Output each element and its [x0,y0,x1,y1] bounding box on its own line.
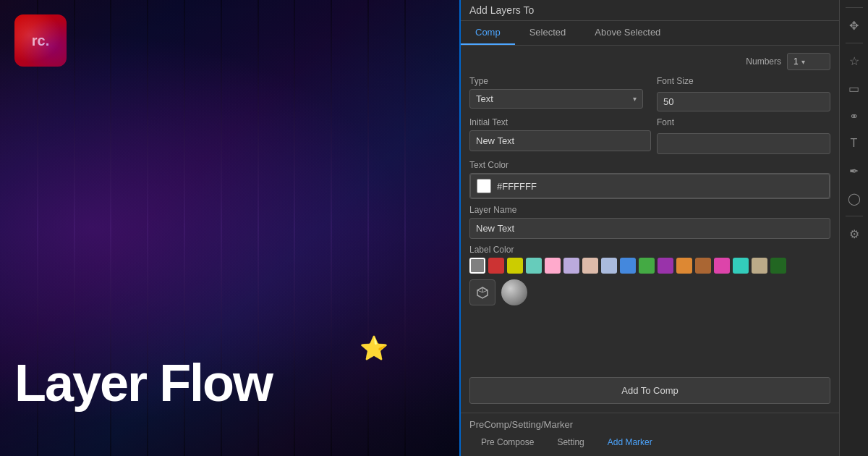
logo-bg [14,14,67,67]
font-size-col: Font Size [657,76,830,111]
app-title: Layer Flow [14,353,272,413]
tab-above-selected[interactable]: Above Selected [580,21,675,45]
label-color-gray[interactable] [469,258,485,274]
type-col: Type Text ▾ [469,76,651,111]
color-swatch[interactable] [477,179,491,193]
font-size-label: Font Size [657,76,830,86]
main-content: Add Layers To Comp Selected Above Select… [459,0,839,456]
form-content: Numbers 1 ▾ Type Text ▾ [461,46,839,374]
app-logo: rc. [14,14,67,67]
text-color-label: Text Color [469,160,830,170]
label-color-darkgreen[interactable] [770,258,786,274]
bottom-title: PreComp/Setting/Marker [469,419,830,430]
label-color-blue[interactable] [620,258,636,274]
star-decoration: ⭐ [359,334,388,362]
initial-text-input[interactable] [470,131,650,151]
type-chevron: ▾ [633,95,637,103]
initial-text-col: Initial Text [469,117,651,154]
label-color-yellow[interactable] [507,258,523,274]
initial-text-font-row: Initial Text Font [469,117,830,154]
bottom-section: PreComp/Setting/Marker Pre Compose Setti… [461,413,839,456]
right-sidebar: ✥ ☆ ▭ ⚭ T ✒ ◯ ⚙ [839,0,868,456]
initial-text-container [469,130,651,151]
tab-pre-compose[interactable]: Pre Compose [469,434,545,450]
star-icon[interactable]: ☆ [843,49,866,72]
label-color-orange[interactable] [676,258,692,274]
sidebar-divider-top [846,7,863,8]
transform-icon[interactable]: ✥ [843,14,866,37]
svg-line-3 [477,290,482,292]
font-size-input[interactable] [657,92,830,111]
numbers-dropdown[interactable]: 1 ▾ [787,53,830,70]
bottom-tabs: Pre Compose Setting Add Marker [469,434,830,450]
panel-title: Add Layers To [469,4,534,16]
numbers-chevron: ▾ [801,58,805,66]
numbers-label: Numbers [746,56,781,67]
font-col: Font [657,117,830,154]
link-icon[interactable]: ⚭ [843,104,866,127]
text-color-container: #FFFFFF [469,173,830,199]
numbers-value: 1 [793,56,799,67]
label-color-purple[interactable] [658,258,673,274]
layer-name-label: Layer Name [469,205,830,215]
settings-icon[interactable]: ⚙ [843,222,866,245]
label-color-section: Label Color [469,245,830,274]
add-to-comp-button[interactable]: Add To Comp [469,377,830,404]
color-hex-value: #FFFFFF [497,181,537,192]
add-layers-header: Add Layers To [461,0,839,21]
label-color-pink[interactable] [545,258,561,274]
label-color-hotpink[interactable] [714,258,730,274]
circle-icon[interactable]: ◯ [843,187,866,210]
tab-comp[interactable]: Comp [461,21,515,45]
label-color-cyan[interactable] [733,258,749,274]
pen-icon[interactable]: ✒ [843,159,866,182]
layer-name-section: Layer Name [469,205,830,239]
type-label: Type [469,76,651,86]
cube-icon-btn[interactable] [469,279,495,305]
tab-selected[interactable]: Selected [515,21,581,45]
rect-icon[interactable]: ▭ [843,77,866,100]
add-to-comp-section: Add To Comp [461,374,839,413]
label-color-teal[interactable] [526,258,542,274]
type-value: Text [476,93,493,104]
icon-buttons-row [469,279,830,305]
svg-line-2 [482,290,488,292]
layer-name-input[interactable] [470,219,830,238]
type-fontsize-row: Type Text ▾ Font Size [469,76,830,111]
layer-name-container [469,218,830,239]
sphere-icon-btn[interactable] [501,279,527,305]
label-color-green[interactable] [639,258,655,274]
tab-setting[interactable]: Setting [545,434,595,450]
label-color-peach[interactable] [582,258,598,274]
label-color-tan[interactable] [752,258,767,274]
label-color-red[interactable] [488,258,504,274]
left-panel: rc. ⭐ Layer Flow [0,0,459,456]
label-color-ocean[interactable] [601,258,617,274]
font-input-container [657,133,830,154]
sidebar-divider-2 [846,216,863,216]
label-colors-row [469,258,830,274]
type-dropdown[interactable]: Text ▾ [469,89,643,109]
label-color-label: Label Color [469,245,830,255]
label-color-brown[interactable] [695,258,711,274]
font-input[interactable] [658,134,830,153]
text-color-section: Text Color #FFFFFF [469,160,830,199]
label-color-lavender[interactable] [563,258,579,274]
numbers-row: Numbers 1 ▾ [469,53,830,70]
initial-text-label: Initial Text [469,117,651,127]
tab-add-marker[interactable]: Add Marker [596,434,664,450]
font-label: Font [657,117,830,127]
sidebar-divider-1 [846,43,863,43]
color-input-row[interactable]: #FFFFFF [470,174,830,198]
tabs-row: Comp Selected Above Selected [461,21,839,46]
right-panel: Add Layers To Comp Selected Above Select… [459,0,868,456]
text-icon[interactable]: T [843,132,866,155]
